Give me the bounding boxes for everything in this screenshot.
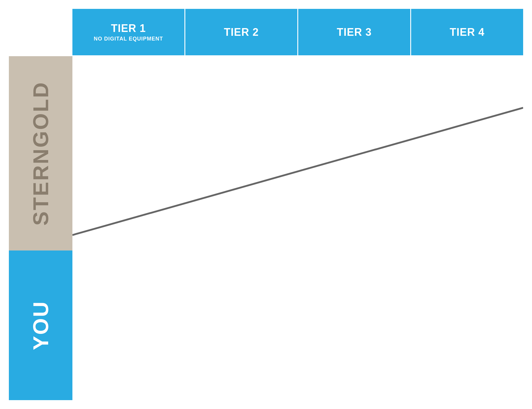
tier4-title: TIER 4 <box>450 26 484 38</box>
you-label-cell: YOU <box>9 250 72 400</box>
content-row: STERNGOLD YOU <box>9 56 523 400</box>
header-row: TIER 1 NO DIGITAL EQUIPMENT TIER 2 TIER … <box>9 9 523 56</box>
side-labels: STERNGOLD YOU <box>9 56 72 400</box>
you-label: YOU <box>29 300 53 350</box>
tier1-subtitle: NO DIGITAL EQUIPMENT <box>94 36 163 42</box>
sterngold-label-cell: STERNGOLD <box>9 56 72 250</box>
tier-columns-wrapper: ✓ Scan ✓ Design ✓ Mill ✓ <box>72 56 523 400</box>
header-tier1: TIER 1 NO DIGITAL EQUIPMENT <box>72 9 185 56</box>
sterngold-label: STERNGOLD <box>29 81 53 226</box>
tier1-title: TIER 1 <box>111 22 146 35</box>
header-tier3: TIER 3 <box>298 9 411 56</box>
header-tier2: TIER 2 <box>185 9 298 56</box>
tier2-title: TIER 2 <box>224 26 259 38</box>
diagonal-line <box>72 56 523 400</box>
header-label-cell <box>9 9 72 56</box>
header-tier4: TIER 4 <box>411 9 523 56</box>
tier3-title: TIER 3 <box>337 26 372 38</box>
svg-line-0 <box>72 108 523 235</box>
